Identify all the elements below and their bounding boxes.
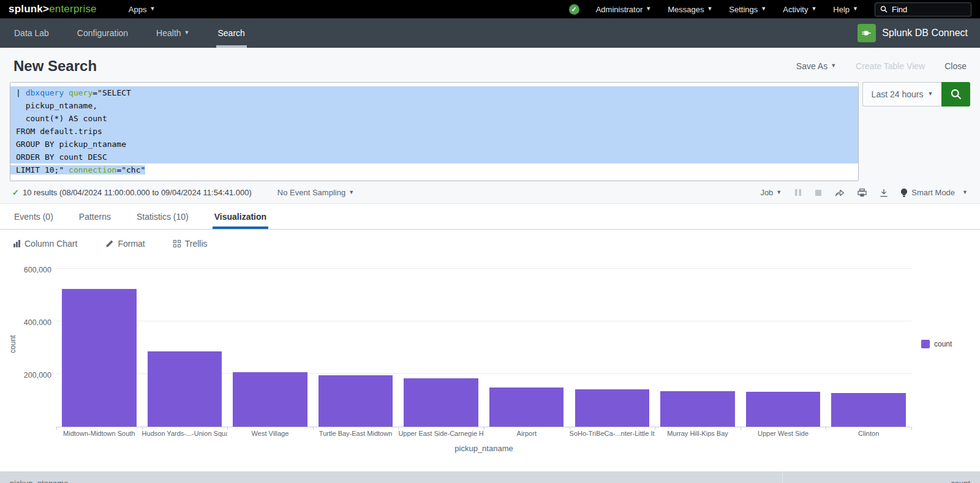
bar-upper-east-side-carnegie-hill[interactable] [404,378,478,427]
caret-down-icon: ▼ [761,6,766,12]
search-button[interactable] [941,82,970,107]
result-summary: 10 results (08/04/2024 11:00:00.000 to 0… [23,188,252,197]
column-header-count[interactable]: count [782,471,980,483]
search-query-input[interactable]: | dbxquery query="SELECT pickup_ntaname,… [10,82,859,181]
x-category-label: Clinton [826,430,911,440]
share-button[interactable] [835,189,845,197]
trellis-menu[interactable]: Trellis [173,239,208,249]
x-category-label: SoHo-TriBeCa-...nter-Little Italy [570,430,655,440]
time-range-picker[interactable]: Last 24 hours ▼ [862,82,941,107]
tab-statistics-10[interactable]: Statistics (10) [135,204,190,229]
topnav-menu-settings[interactable]: Settings▼ [729,5,766,14]
bar-midtown-midtown-south[interactable] [62,289,136,427]
app-nav-bar: Data LabConfigurationHealth▼Search Splun… [0,18,980,48]
top-bar: splunk>enterprise Apps ▼ ✓ Administrator… [0,0,980,18]
caret-down-icon: ▼ [149,6,155,12]
app-title: Splunk DB Connect [882,28,968,39]
legend-item[interactable]: count [921,340,952,348]
x-category-label: Airport [484,430,570,440]
topnav-menus: Administrator▼Messages▼Settings▼Activity… [596,5,858,14]
topnav-menu-messages[interactable]: Messages▼ [668,5,712,14]
query-code-line: pickup_ntaname, [10,99,858,112]
x-category-label: West Village [227,430,313,440]
bar-clinton[interactable] [831,393,905,427]
appnav-item-health[interactable]: Health▼ [154,18,191,48]
bar-west-village[interactable] [233,372,307,427]
tab-patterns[interactable]: Patterns [77,204,113,229]
x-category-label: Midtown-Midtown South [56,430,142,440]
tab-events-0[interactable]: Events (0) [12,204,55,229]
caret-down-icon: ▼ [831,62,836,69]
find-search-box[interactable]: Find [875,2,971,17]
chart-type-picker[interactable]: Column Chart [13,239,77,249]
caret-down-icon: ▼ [927,91,933,97]
bar-soho-tribeca-nter-little-italy[interactable] [575,389,649,427]
caret-down-icon: ▼ [707,6,712,12]
export-icon[interactable] [880,189,888,197]
viz-controls: Column Chart Format Trellis [0,230,980,253]
job-menu[interactable]: Job ▼ [760,188,782,197]
caret-down-icon: ▼ [184,29,190,36]
app-identity[interactable]: Splunk DB Connect [858,24,968,42]
print-button[interactable] [858,189,867,197]
x-axis-categories: Midtown-Midtown SouthHudson Yards-...-Un… [56,427,911,440]
query-code-line: LIMIT 10;" connection="chc" [10,163,858,176]
appnav-item-configuration[interactable]: Configuration [75,18,130,48]
legend-swatch [921,340,930,348]
search-icon [950,88,962,100]
search-mode-menu[interactable]: Smart Mode ▼ [901,188,968,197]
appnav-item-data-lab[interactable]: Data Lab [12,18,51,48]
column-header-pickup-ntaname[interactable]: pickup_ntaname [0,471,782,483]
topnav-menu-activity[interactable]: Activity▼ [783,5,816,14]
y-tick-label: 600,000 [24,266,51,274]
query-code-line: ORDER BY count DESC [10,151,858,163]
event-sampling-menu[interactable]: No Event Sampling ▼ [277,188,354,197]
page-title: New Search [13,58,97,75]
trellis-icon [173,240,181,247]
topnav-menu-help[interactable]: Help▼ [833,5,858,14]
find-placeholder: Find [892,5,907,14]
query-code-line: GROUP BY pickup_ntaname [10,138,858,151]
tab-visualization[interactable]: Visualization [213,204,268,229]
bar-upper-west-side[interactable] [746,392,820,427]
bar-hudson-yards-union-square[interactable] [148,351,222,427]
column-chart: count 200,000400,000600,000 Midtown-Midt… [0,253,980,453]
y-axis-ticks: 200,000400,000600,000 [20,261,56,427]
topnav-menu-administrator[interactable]: Administrator▼ [596,5,652,14]
query-code-line: count(*) AS count [10,112,858,125]
db-connect-plug-icon [858,24,876,42]
health-check-icon[interactable]: ✓ [569,4,579,15]
search-icon [880,6,888,13]
search-header-section: New Search Save As ▼ Create Table View C… [0,48,980,204]
caret-down-icon: ▼ [853,6,858,12]
close-button[interactable]: Close [944,61,967,71]
chart-legend: count [911,261,970,427]
appnav-item-search[interactable]: Search [216,18,247,48]
x-category-label: Upper West Side [741,430,826,440]
caret-down-icon: ▼ [776,189,782,195]
query-code-line: FROM default.trips [10,125,858,138]
results-check-icon: ✓ [12,188,19,197]
x-category-label: Murray Hill-Kips Bay [655,430,741,440]
x-axis-title: pickup_ntaname [56,440,911,453]
bar-murray-hill-kips-bay[interactable] [660,391,734,427]
y-axis-title: count [6,261,20,427]
chart-plot-area [56,261,911,427]
lightbulb-icon [901,189,907,197]
pause-button[interactable] [794,189,802,197]
create-table-view-button[interactable]: Create Table View [856,61,925,71]
bar-airport[interactable] [489,388,564,427]
pencil-icon [105,240,113,248]
query-code-line: | dbxquery query="SELECT [10,86,858,99]
caret-down-icon: ▼ [811,6,816,12]
column-chart-icon [13,240,20,247]
stop-button[interactable] [815,189,822,197]
format-menu[interactable]: Format [105,239,145,249]
x-category-label: Upper East Side-Carnegie Hill [398,430,484,440]
bar-turtle-bay-east-midtown[interactable] [318,375,393,427]
splunk-logo[interactable]: splunk>enterprise [9,3,97,15]
save-as-button[interactable]: Save As ▼ [796,61,836,71]
caret-down-icon: ▼ [349,189,354,195]
apps-menu[interactable]: Apps ▼ [129,5,156,14]
caret-down-icon: ▼ [962,189,968,195]
